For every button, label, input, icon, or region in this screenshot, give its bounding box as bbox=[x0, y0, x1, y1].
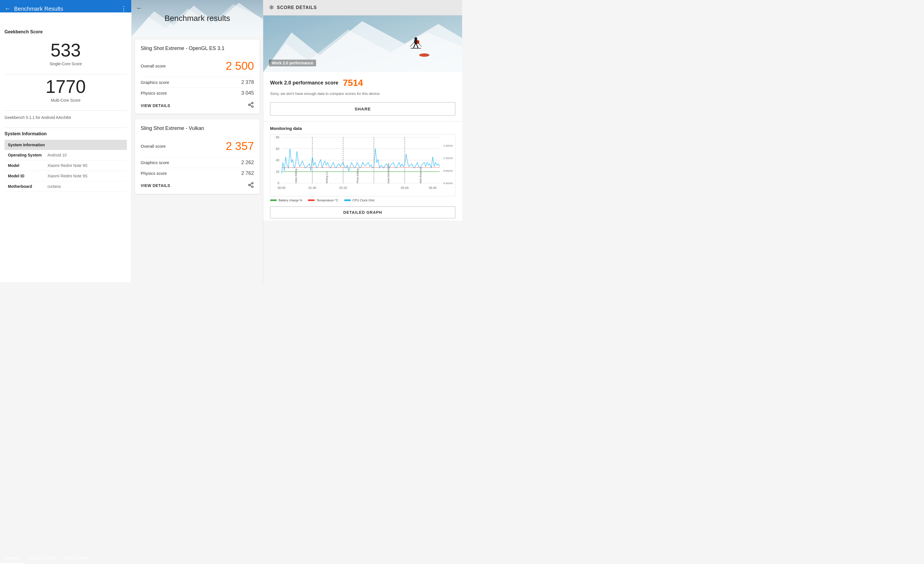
table-row: Model ID Xiaomi Redmi Note 9S bbox=[4, 171, 127, 182]
overall-score-row-1: Overall score 2 500 bbox=[141, 57, 254, 77]
row-value: Android 10 bbox=[48, 153, 67, 157]
svg-text:05:00: 05:00 bbox=[401, 186, 408, 189]
overall-score-1: 2 500 bbox=[226, 60, 254, 72]
svg-text:01:40: 01:40 bbox=[309, 186, 316, 189]
svg-text:0.8GHz: 0.8GHz bbox=[443, 169, 453, 172]
score-section-label: Geekbench Score bbox=[4, 29, 127, 34]
svg-line-7 bbox=[250, 104, 252, 105]
svg-point-5 bbox=[252, 106, 254, 108]
svg-text:Photo Editing: Photo Editing bbox=[356, 168, 359, 183]
physics-value-2: 2 762 bbox=[241, 170, 254, 176]
row-value: curtana bbox=[48, 184, 61, 189]
panel-geekbench: ← Benchmark Results ⋮ RESULT SINGLE-CORE… bbox=[0, 0, 132, 282]
graphics-label-2: Graphics score bbox=[141, 160, 169, 165]
svg-text:03:20: 03:20 bbox=[339, 186, 347, 189]
card-1-footer: VIEW DETAILS bbox=[141, 98, 254, 109]
temperature-legend-label: Temperature °C bbox=[316, 198, 338, 202]
share-button[interactable]: SHARE bbox=[270, 102, 455, 116]
overall-label-1: Overall score bbox=[141, 63, 165, 68]
cpu-legend-label: CPU Clock GHz bbox=[352, 198, 375, 202]
overall-score-2: 2 357 bbox=[226, 140, 254, 153]
svg-text:80: 80 bbox=[276, 135, 279, 139]
system-info-title: System Information bbox=[4, 131, 127, 136]
graphics-value-2: 2 262 bbox=[241, 160, 254, 165]
benchmark-hero: ← Benchmark results bbox=[132, 0, 263, 37]
svg-point-25 bbox=[419, 53, 429, 57]
temperature-legend-dot bbox=[308, 200, 315, 201]
back-icon[interactable]: ← bbox=[136, 4, 142, 12]
row-key: Model bbox=[8, 163, 48, 168]
svg-text:1.2GHz: 1.2GHz bbox=[443, 156, 453, 160]
geekbench-body: Geekbench Score 533 Single-Core Score 17… bbox=[0, 24, 131, 282]
svg-text:Video Editing: Video Editing bbox=[295, 169, 297, 183]
hero-label: Work 2.0 performance bbox=[269, 60, 316, 66]
share-icon-1[interactable] bbox=[248, 102, 254, 109]
version-info: Geekbench 5.1.1 for Android AArch64 bbox=[4, 115, 127, 120]
row-value: Xiaomi Redmi Note 9S bbox=[48, 174, 88, 178]
physics-label-2: Physics score bbox=[141, 171, 167, 176]
monitoring-section: Monitoring data 0 20 40 60 80 0.4GHz 0.8… bbox=[263, 121, 462, 220]
benchmark-hero-title: Benchmark results bbox=[165, 14, 230, 23]
table-row: Operating System Android 10 bbox=[4, 150, 127, 160]
benchmark-card-2: Sling Shot Extreme - Vulkan Overall scor… bbox=[135, 120, 260, 194]
graphics-label-1: Graphics score bbox=[141, 80, 169, 85]
card-1-title: Sling Shot Extreme - OpenGL ES 3.1 bbox=[141, 45, 254, 52]
physics-value-1: 3 045 bbox=[241, 90, 254, 96]
card-2-footer: VIEW DETAILS bbox=[141, 178, 254, 189]
view-details-button-2[interactable]: VIEW DETAILS bbox=[141, 183, 170, 188]
graphics-value-1: 2 378 bbox=[241, 80, 254, 85]
svg-rect-24 bbox=[417, 40, 419, 44]
detail-graph-button[interactable]: DETAILED GRAPH bbox=[270, 207, 455, 218]
svg-line-12 bbox=[250, 184, 252, 185]
svg-text:40: 40 bbox=[276, 159, 279, 162]
share-icon-2[interactable] bbox=[248, 182, 254, 189]
svg-point-3 bbox=[252, 102, 254, 104]
graphics-score-row-1: Graphics score 2 378 bbox=[141, 77, 254, 87]
single-core-section: 533 Single-Core Score bbox=[4, 41, 127, 66]
svg-point-8 bbox=[252, 183, 254, 184]
geekbench-header: ← Benchmark Results ⋮ RESULT SINGLE-CORE… bbox=[0, 0, 131, 12]
monitoring-chart: 0 20 40 60 80 0.4GHz 0.8GHz 1.2GHz 1.6GH… bbox=[270, 134, 455, 196]
work-score-value: 7514 bbox=[343, 78, 363, 88]
multi-core-section: 1770 Multi-Core Score bbox=[4, 78, 127, 102]
app-title: Benchmark Results bbox=[14, 6, 63, 12]
battery-legend-dot bbox=[270, 200, 277, 201]
svg-text:06:40: 06:40 bbox=[429, 186, 436, 189]
svg-point-9 bbox=[249, 184, 250, 186]
view-details-button-1[interactable]: VIEW DETAILS bbox=[141, 104, 170, 108]
multi-core-label: Multi-Core Score bbox=[4, 98, 127, 102]
system-info-header: System Information bbox=[4, 140, 127, 150]
row-key: Model ID bbox=[8, 174, 48, 178]
svg-point-4 bbox=[249, 104, 250, 106]
menu-icon[interactable]: ⋮ bbox=[121, 5, 127, 12]
row-key: Motherboard bbox=[8, 184, 48, 189]
legend-cpu: CPU Clock GHz bbox=[344, 198, 375, 202]
benchmark-card-1: Sling Shot Extreme - OpenGL ES 3.1 Overa… bbox=[135, 39, 260, 114]
monitoring-title: Monitoring data bbox=[270, 126, 455, 131]
panel-benchmark: ← Benchmark results Sling Shot Extreme -… bbox=[132, 0, 263, 282]
svg-line-6 bbox=[250, 105, 252, 106]
panel-score-details: ❄ SCORE DETAILS bbox=[263, 0, 462, 282]
svg-text:Writing 2.0: Writing 2.0 bbox=[326, 171, 328, 183]
score-details-body: Work 2.0 performance score 7514 Sorry, w… bbox=[263, 72, 462, 121]
table-row: Motherboard curtana bbox=[4, 182, 127, 192]
divider-1 bbox=[4, 74, 127, 74]
divider-2 bbox=[4, 110, 127, 111]
back-icon[interactable]: ← bbox=[4, 5, 11, 12]
physics-label-1: Physics score bbox=[141, 91, 167, 96]
svg-line-11 bbox=[250, 185, 252, 186]
svg-text:0: 0 bbox=[278, 182, 279, 185]
score-hero-image: Work 2.0 performance bbox=[263, 15, 462, 72]
single-core-value: 533 bbox=[4, 41, 127, 59]
score-details-header: ❄ SCORE DETAILS bbox=[263, 0, 462, 15]
graphics-score-row-2: Graphics score 2 262 bbox=[141, 157, 254, 168]
multi-core-value: 1770 bbox=[4, 78, 127, 96]
work-score-label: Work 2.0 performance score bbox=[270, 80, 338, 86]
svg-text:00:00: 00:00 bbox=[278, 186, 285, 189]
row-value: Xiaomi Redmi Note 9S bbox=[48, 163, 88, 168]
overall-score-row-2: Overall score 2 357 bbox=[141, 138, 254, 157]
row-key: Operating System bbox=[8, 153, 48, 157]
svg-text:Web Browsing: Web Browsing bbox=[419, 167, 422, 183]
score-details-title: SCORE DETAILS bbox=[277, 5, 317, 10]
svg-text:0.4GHz: 0.4GHz bbox=[443, 182, 453, 185]
